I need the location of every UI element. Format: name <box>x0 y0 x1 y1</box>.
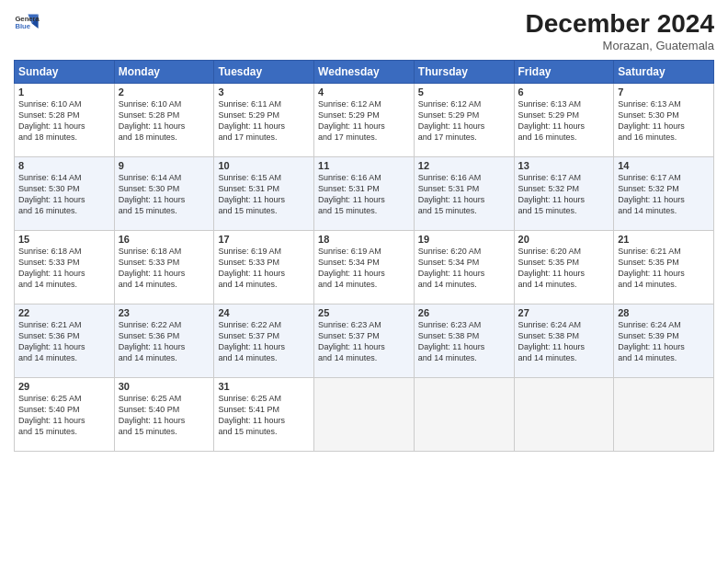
calendar-header-tuesday: Tuesday <box>214 61 314 84</box>
day-number: 2 <box>119 86 210 98</box>
day-info: Sunrise: 6:24 AM Sunset: 5:39 PM Dayligh… <box>618 319 710 364</box>
calendar: SundayMondayTuesdayWednesdayThursdayFrid… <box>14 60 714 452</box>
day-info: Sunrise: 6:12 AM Sunset: 5:29 PM Dayligh… <box>418 98 510 144</box>
calendar-header-sunday: Sunday <box>15 61 115 84</box>
calendar-day: 22Sunrise: 6:21 AM Sunset: 5:36 PM Dayli… <box>15 304 115 378</box>
day-number: 29 <box>18 381 110 392</box>
day-info: Sunrise: 6:17 AM Sunset: 5:32 PM Dayligh… <box>518 172 610 217</box>
day-number: 25 <box>318 307 410 318</box>
title-block: December 2024 Morazan, Guatemala <box>526 9 714 52</box>
calendar-header-monday: Monday <box>114 61 214 84</box>
day-number: 8 <box>18 160 110 171</box>
day-number: 26 <box>418 307 510 318</box>
calendar-week-3: 15Sunrise: 6:18 AM Sunset: 5:33 PM Dayli… <box>15 231 714 304</box>
calendar-day: 23Sunrise: 6:22 AM Sunset: 5:36 PM Dayli… <box>114 304 214 378</box>
calendar-header-thursday: Thursday <box>414 61 514 84</box>
day-info: Sunrise: 6:15 AM Sunset: 5:31 PM Dayligh… <box>218 172 310 217</box>
calendar-day: 19Sunrise: 6:20 AM Sunset: 5:34 PM Dayli… <box>414 231 514 304</box>
day-number: 27 <box>518 307 610 318</box>
calendar-day: 28Sunrise: 6:24 AM Sunset: 5:39 PM Dayli… <box>614 304 714 378</box>
day-number: 17 <box>218 234 310 245</box>
calendar-day: 9Sunrise: 6:14 AM Sunset: 5:30 PM Daylig… <box>114 157 214 231</box>
calendar-day: 25Sunrise: 6:23 AM Sunset: 5:37 PM Dayli… <box>314 304 415 378</box>
calendar-day: 5Sunrise: 6:12 AM Sunset: 5:29 PM Daylig… <box>414 84 514 157</box>
page: General Blue December 2024 Morazan, Guat… <box>0 0 728 563</box>
day-number: 19 <box>418 234 510 245</box>
calendar-day: 18Sunrise: 6:19 AM Sunset: 5:34 PM Dayli… <box>314 231 415 304</box>
day-info: Sunrise: 6:11 AM Sunset: 5:29 PM Dayligh… <box>218 98 310 144</box>
day-info: Sunrise: 6:10 AM Sunset: 5:28 PM Dayligh… <box>18 98 110 144</box>
logo-icon: General Blue <box>14 9 40 35</box>
day-info: Sunrise: 6:24 AM Sunset: 5:38 PM Dayligh… <box>518 319 610 364</box>
calendar-day: 21Sunrise: 6:21 AM Sunset: 5:35 PM Dayli… <box>614 231 714 304</box>
calendar-day: 7Sunrise: 6:13 AM Sunset: 5:30 PM Daylig… <box>614 84 714 157</box>
day-info: Sunrise: 6:18 AM Sunset: 5:33 PM Dayligh… <box>18 246 110 291</box>
day-number: 30 <box>119 381 210 392</box>
calendar-day: 24Sunrise: 6:22 AM Sunset: 5:37 PM Dayli… <box>214 304 314 378</box>
day-info: Sunrise: 6:22 AM Sunset: 5:36 PM Dayligh… <box>119 319 210 364</box>
day-number: 23 <box>119 307 210 318</box>
day-info: Sunrise: 6:19 AM Sunset: 5:34 PM Dayligh… <box>318 246 410 291</box>
svg-text:Blue: Blue <box>15 22 30 30</box>
day-number: 22 <box>18 307 110 318</box>
location: Morazan, Guatemala <box>526 39 714 52</box>
day-info: Sunrise: 6:18 AM Sunset: 5:33 PM Dayligh… <box>119 246 210 291</box>
day-number: 9 <box>119 160 210 171</box>
day-info: Sunrise: 6:13 AM Sunset: 5:30 PM Dayligh… <box>618 98 710 144</box>
calendar-day: 4Sunrise: 6:12 AM Sunset: 5:29 PM Daylig… <box>314 84 415 157</box>
day-info: Sunrise: 6:14 AM Sunset: 5:30 PM Dayligh… <box>18 172 110 217</box>
calendar-day: 8Sunrise: 6:14 AM Sunset: 5:30 PM Daylig… <box>15 157 115 231</box>
calendar-day <box>314 378 415 452</box>
day-info: Sunrise: 6:23 AM Sunset: 5:38 PM Dayligh… <box>418 319 510 364</box>
day-info: Sunrise: 6:21 AM Sunset: 5:35 PM Dayligh… <box>618 246 710 291</box>
day-info: Sunrise: 6:22 AM Sunset: 5:37 PM Dayligh… <box>218 319 310 364</box>
day-number: 20 <box>518 234 610 245</box>
calendar-day: 27Sunrise: 6:24 AM Sunset: 5:38 PM Dayli… <box>514 304 614 378</box>
calendar-day <box>414 378 514 452</box>
calendar-day: 15Sunrise: 6:18 AM Sunset: 5:33 PM Dayli… <box>15 231 115 304</box>
day-number: 31 <box>218 381 310 392</box>
calendar-day: 13Sunrise: 6:17 AM Sunset: 5:32 PM Dayli… <box>514 157 614 231</box>
calendar-week-5: 29Sunrise: 6:25 AM Sunset: 5:40 PM Dayli… <box>15 378 714 452</box>
calendar-day: 29Sunrise: 6:25 AM Sunset: 5:40 PM Dayli… <box>15 378 115 452</box>
calendar-header-saturday: Saturday <box>614 61 714 84</box>
calendar-week-1: 1Sunrise: 6:10 AM Sunset: 5:28 PM Daylig… <box>15 84 714 157</box>
day-info: Sunrise: 6:14 AM Sunset: 5:30 PM Dayligh… <box>119 172 210 217</box>
day-number: 16 <box>119 234 210 245</box>
calendar-day: 14Sunrise: 6:17 AM Sunset: 5:32 PM Dayli… <box>614 157 714 231</box>
day-number: 3 <box>218 86 310 98</box>
day-info: Sunrise: 6:25 AM Sunset: 5:40 PM Dayligh… <box>18 393 110 438</box>
day-info: Sunrise: 6:17 AM Sunset: 5:32 PM Dayligh… <box>618 172 710 217</box>
logo: General Blue <box>14 9 40 35</box>
calendar-week-4: 22Sunrise: 6:21 AM Sunset: 5:36 PM Dayli… <box>15 304 714 378</box>
header: General Blue December 2024 Morazan, Guat… <box>14 9 714 52</box>
day-info: Sunrise: 6:25 AM Sunset: 5:41 PM Dayligh… <box>218 393 310 438</box>
calendar-header-friday: Friday <box>514 61 614 84</box>
month-title: December 2024 <box>526 9 714 39</box>
day-number: 1 <box>18 86 110 98</box>
day-info: Sunrise: 6:13 AM Sunset: 5:29 PM Dayligh… <box>518 98 610 144</box>
day-info: Sunrise: 6:21 AM Sunset: 5:36 PM Dayligh… <box>18 319 110 364</box>
day-number: 21 <box>618 234 710 245</box>
day-number: 13 <box>518 160 610 171</box>
calendar-day: 11Sunrise: 6:16 AM Sunset: 5:31 PM Dayli… <box>314 157 415 231</box>
day-number: 12 <box>418 160 510 171</box>
calendar-header-wednesday: Wednesday <box>314 61 415 84</box>
calendar-day: 6Sunrise: 6:13 AM Sunset: 5:29 PM Daylig… <box>514 84 614 157</box>
calendar-day: 1Sunrise: 6:10 AM Sunset: 5:28 PM Daylig… <box>15 84 115 157</box>
day-number: 6 <box>518 86 610 98</box>
day-info: Sunrise: 6:16 AM Sunset: 5:31 PM Dayligh… <box>318 172 410 217</box>
day-number: 7 <box>618 86 710 98</box>
calendar-day: 16Sunrise: 6:18 AM Sunset: 5:33 PM Dayli… <box>114 231 214 304</box>
calendar-day: 31Sunrise: 6:25 AM Sunset: 5:41 PM Dayli… <box>214 378 314 452</box>
calendar-day: 12Sunrise: 6:16 AM Sunset: 5:31 PM Dayli… <box>414 157 514 231</box>
day-info: Sunrise: 6:23 AM Sunset: 5:37 PM Dayligh… <box>318 319 410 364</box>
day-info: Sunrise: 6:20 AM Sunset: 5:35 PM Dayligh… <box>518 246 610 291</box>
day-info: Sunrise: 6:20 AM Sunset: 5:34 PM Dayligh… <box>418 246 510 291</box>
day-info: Sunrise: 6:10 AM Sunset: 5:28 PM Dayligh… <box>119 98 210 144</box>
calendar-day: 2Sunrise: 6:10 AM Sunset: 5:28 PM Daylig… <box>114 84 214 157</box>
day-info: Sunrise: 6:16 AM Sunset: 5:31 PM Dayligh… <box>418 172 510 217</box>
day-info: Sunrise: 6:19 AM Sunset: 5:33 PM Dayligh… <box>218 246 310 291</box>
day-number: 11 <box>318 160 410 171</box>
calendar-day: 20Sunrise: 6:20 AM Sunset: 5:35 PM Dayli… <box>514 231 614 304</box>
